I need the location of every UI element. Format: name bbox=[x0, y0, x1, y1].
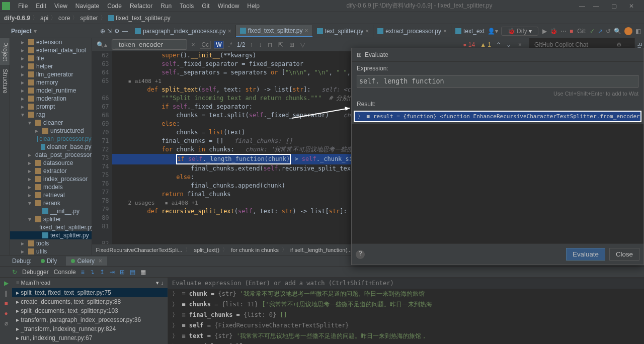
tree-item[interactable]: __init__.py bbox=[10, 207, 92, 215]
close-icon[interactable]: × bbox=[365, 28, 369, 35]
tree-item[interactable]: ▸prompt bbox=[10, 103, 92, 111]
avatar[interactable] bbox=[624, 27, 632, 35]
frame-item[interactable]: ▸ transform, paragraph_index_processor.p… bbox=[12, 315, 168, 324]
menu-tools[interactable]: Tools bbox=[176, 2, 198, 11]
resume-icon[interactable]: ▶ bbox=[4, 280, 9, 287]
tree-item[interactable]: ▾cleaner bbox=[10, 119, 92, 127]
close-icon[interactable]: × bbox=[443, 28, 447, 35]
tree-item[interactable]: ▸extension bbox=[10, 38, 92, 46]
run-icon[interactable]: ▶ bbox=[541, 28, 548, 35]
debug-tab-dify[interactable]: Dify bbox=[36, 256, 62, 266]
evaluate-input[interactable] bbox=[357, 75, 638, 88]
tree-item[interactable]: ▸models bbox=[10, 183, 92, 191]
tree-item[interactable]: ▸extractor bbox=[10, 167, 92, 175]
filter-icon[interactable]: ▽ bbox=[299, 41, 306, 48]
variable-row[interactable]: 〉 ≡ chunk = {str} '我常常不可思议地思考一些微不足道的问题。昨… bbox=[168, 289, 644, 299]
more-run-icon[interactable]: ⋯ bbox=[559, 28, 568, 35]
tab-text-extractor[interactable]: text_extractor.py× bbox=[451, 25, 485, 37]
frames-icon[interactable]: ▤ bbox=[130, 269, 135, 276]
variable-row[interactable]: 〉 ≡ self = {FixedRecursiveCharacterTextS… bbox=[168, 320, 644, 331]
tree-item[interactable]: fixed_text_splitter.py bbox=[10, 223, 92, 231]
tree-item[interactable]: ▸unstructured bbox=[10, 127, 92, 135]
find-input[interactable] bbox=[112, 39, 187, 50]
tab-fixed-text-splitter[interactable]: fixed_text_splitter.py× bbox=[236, 25, 313, 37]
error-count[interactable]: ● 14 bbox=[463, 41, 475, 48]
evaluate-dialog[interactable]: ⊞Evaluate Expression: Use Ctrl+Shift+Ent… bbox=[351, 48, 644, 265]
debugger-subtab[interactable]: Debugger bbox=[22, 269, 49, 276]
tree-item[interactable]: ▸external_data_tool bbox=[10, 46, 92, 54]
gear-icon[interactable]: ⚙ bbox=[616, 41, 622, 48]
window-close[interactable]: ✕ bbox=[625, 3, 638, 10]
close-find-icon[interactable]: × bbox=[190, 41, 197, 48]
menu-view[interactable]: View bbox=[50, 2, 71, 11]
tree-item[interactable]: clean_processor.py bbox=[10, 135, 92, 143]
tree-item[interactable]: ▸index_processor bbox=[10, 175, 92, 183]
prev-match-icon[interactable]: ↑ bbox=[248, 41, 254, 48]
close-searchbar-icon[interactable]: × bbox=[514, 41, 526, 48]
debug-icon[interactable]: 🐞 bbox=[549, 28, 558, 35]
ptree-settings-icon[interactable]: ⚙ bbox=[114, 28, 120, 35]
mute-bp-icon[interactable]: ⌀ bbox=[5, 320, 8, 327]
new-tab-icon[interactable]: ⇱ bbox=[277, 41, 285, 48]
hide-icon[interactable]: — bbox=[623, 41, 629, 48]
tree-item[interactable]: ▾rag bbox=[10, 111, 92, 119]
tree-item[interactable]: ▸tools bbox=[10, 239, 92, 247]
select-all-icon[interactable]: ⊓ bbox=[266, 41, 274, 48]
breakpoint-icon[interactable]: ● bbox=[4, 310, 8, 317]
inspection-up-icon[interactable]: ⌃ bbox=[496, 41, 501, 48]
tree-item[interactable]: ▸llm_generator bbox=[10, 70, 92, 78]
ptree-expand-icon[interactable]: ⇲ bbox=[107, 28, 112, 35]
rerun-icon[interactable]: ↻ bbox=[12, 269, 17, 276]
close-button[interactable]: Close bbox=[609, 248, 639, 261]
tab-extract-processor[interactable]: extract_processor.py× bbox=[373, 25, 451, 37]
tab-paragraph-index[interactable]: paragraph_index_processor.py× bbox=[131, 25, 236, 37]
layout-icon[interactable]: ▦ bbox=[140, 269, 146, 276]
tree-item[interactable]: ▸retrieval bbox=[10, 191, 92, 199]
tree-item[interactable]: ▸file bbox=[10, 54, 92, 62]
console-subtab[interactable]: Console bbox=[54, 269, 76, 276]
git-push-icon[interactable]: ↗ bbox=[598, 28, 603, 35]
evaluate-button[interactable]: Evaluate bbox=[566, 248, 605, 261]
tree-item[interactable]: ▸model_runtime bbox=[10, 87, 92, 95]
run-config-selector[interactable]: 🐞 Dify ▾ bbox=[501, 27, 538, 36]
tree-item[interactable]: ▸moderation bbox=[10, 95, 92, 103]
menu-code[interactable]: Code bbox=[103, 2, 126, 11]
tree-item[interactable]: ▸data_post_processor bbox=[10, 151, 92, 159]
close-icon[interactable]: × bbox=[228, 28, 231, 35]
variable-row[interactable]: 〉 ≡ final_chunks = {list: 0} [] bbox=[168, 310, 644, 320]
help-icon[interactable]: ? bbox=[356, 250, 365, 259]
menu-help[interactable]: Help bbox=[243, 2, 264, 11]
sidebar-tab-structure[interactable]: Structure bbox=[0, 65, 10, 98]
run-to-cursor-icon[interactable]: ⇥ bbox=[110, 269, 115, 276]
menu-navigate[interactable]: Navigate bbox=[71, 2, 103, 11]
tree-item[interactable]: ▾rerank bbox=[10, 199, 92, 207]
warning-count[interactable]: ▲ 1 bbox=[480, 41, 491, 48]
close-icon[interactable]: × bbox=[305, 27, 308, 34]
menu-file[interactable]: File bbox=[14, 2, 32, 11]
project-tree[interactable]: ▸extension▸external_data_tool▸file▸helpe… bbox=[10, 38, 92, 255]
git-history-icon[interactable]: ↺ bbox=[606, 28, 611, 35]
next-match-icon[interactable]: ↓ bbox=[257, 41, 263, 48]
variable-row[interactable]: 〉 ≡ Special Variables = bbox=[168, 341, 644, 344]
ptree-collapse-icon[interactable]: ⊕ bbox=[100, 28, 105, 35]
window-minimize[interactable]: — bbox=[589, 3, 603, 10]
variable-row[interactable]: 〉 ≡ text = {str} '我常常不可思议地思考一些微不足道的问题。昨日… bbox=[168, 331, 644, 341]
stop-debug-icon[interactable]: ■ bbox=[4, 300, 8, 307]
step-into-icon[interactable]: ↴ bbox=[90, 269, 95, 276]
window-maximize[interactable]: ▢ bbox=[607, 3, 621, 10]
frame-item[interactable]: ▸ split_documents, text_splitter.py:103 bbox=[12, 306, 168, 315]
pause-icon[interactable]: ‖ bbox=[5, 290, 8, 297]
menu-edit[interactable]: Edit bbox=[32, 2, 50, 11]
tab-text-splitter[interactable]: text_splitter.py× bbox=[313, 25, 374, 37]
menu-run[interactable]: Run bbox=[156, 2, 176, 11]
menu-window[interactable]: Window bbox=[214, 2, 244, 11]
evaluate-result[interactable]: 〉 ≡ result = {function} <function Enhanc… bbox=[354, 111, 641, 122]
stop-icon[interactable]: ■ bbox=[569, 28, 574, 35]
step-out-icon[interactable]: ↥ bbox=[100, 269, 105, 276]
debug-tab-celery[interactable]: Celery× bbox=[66, 256, 107, 266]
tree-item[interactable]: ▾splitter bbox=[10, 215, 92, 223]
ide-settings-icon[interactable]: ◧ bbox=[635, 28, 641, 35]
words-icon[interactable]: W bbox=[214, 41, 223, 49]
match-case-icon[interactable]: Cc bbox=[200, 41, 211, 49]
variables-view[interactable]: Evaluate expression (Enter) or add a wat… bbox=[168, 278, 644, 344]
